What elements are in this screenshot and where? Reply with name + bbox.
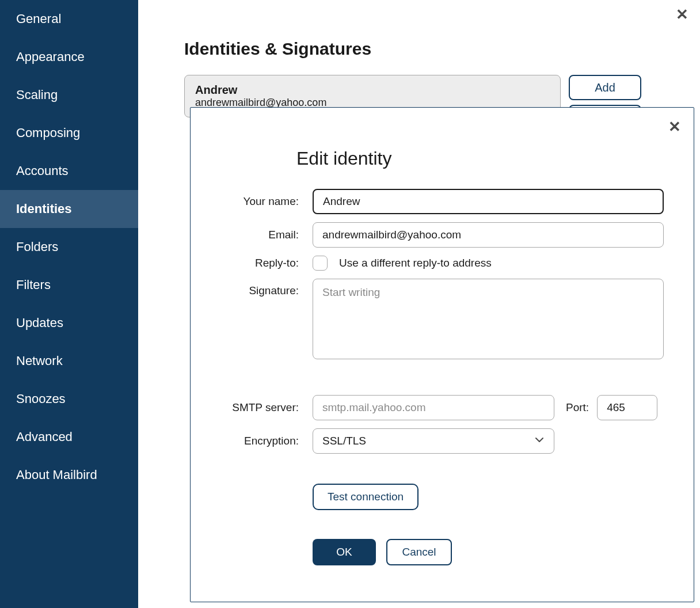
sidebar-item-updates[interactable]: Updates — [0, 304, 138, 342]
sidebar-item-scaling[interactable]: Scaling — [0, 76, 138, 114]
modal-actions: OK Cancel — [313, 539, 664, 565]
label-signature: Signature: — [220, 279, 313, 297]
sidebar-item-identities[interactable]: Identities — [0, 190, 138, 228]
email-input[interactable] — [313, 222, 664, 248]
sidebar-item-appearance[interactable]: Appearance — [0, 38, 138, 76]
label-smtp: SMTP server: — [220, 401, 313, 414]
sidebar-item-general[interactable]: General — [0, 0, 138, 38]
row-encryption: Encryption: SSL/TLS — [220, 428, 664, 454]
port-input[interactable] — [597, 395, 657, 420]
cancel-button[interactable]: Cancel — [386, 539, 452, 565]
sidebar-item-about[interactable]: About Mailbird — [0, 456, 138, 494]
close-icon[interactable]: ✕ — [676, 6, 688, 24]
sidebar-item-snoozes[interactable]: Snoozes — [0, 380, 138, 418]
modal-title: Edit identity — [296, 148, 664, 169]
label-port: Port: — [566, 401, 589, 414]
page-title: Identities & Signatures — [138, 0, 700, 75]
row-email: Email: — [220, 222, 664, 248]
label-reply-to: Reply-to: — [220, 257, 313, 269]
reply-to-checkbox-label: Use a different reply-to address — [339, 257, 492, 269]
edit-identity-modal: ✕ Edit identity Your name: Email: Reply-… — [190, 107, 694, 602]
sidebar-item-network[interactable]: Network — [0, 342, 138, 380]
smtp-server-input[interactable] — [313, 395, 554, 420]
row-reply-to: Reply-to: Use a different reply-to addre… — [220, 256, 664, 271]
sidebar-item-composing[interactable]: Composing — [0, 114, 138, 152]
modal-close-icon[interactable]: ✕ — [668, 118, 681, 136]
signature-textarea[interactable] — [313, 279, 664, 359]
label-email: Email: — [220, 229, 313, 241]
sidebar-item-advanced[interactable]: Advanced — [0, 418, 138, 456]
ok-button[interactable]: OK — [313, 539, 376, 565]
identity-name: Andrew — [195, 83, 550, 97]
your-name-input[interactable] — [313, 189, 664, 214]
row-your-name: Your name: — [220, 189, 664, 214]
sidebar-item-filters[interactable]: Filters — [0, 266, 138, 304]
sidebar-item-folders[interactable]: Folders — [0, 228, 138, 266]
test-connection-button[interactable]: Test connection — [313, 484, 419, 510]
row-smtp: SMTP server: Port: — [220, 395, 664, 420]
row-signature: Signature: — [220, 279, 664, 359]
label-encryption: Encryption: — [220, 435, 313, 447]
label-your-name: Your name: — [220, 195, 313, 208]
encryption-select[interactable]: SSL/TLS — [313, 428, 554, 454]
sidebar: General Appearance Scaling Composing Acc… — [0, 0, 138, 608]
sidebar-item-accounts[interactable]: Accounts — [0, 152, 138, 190]
add-button[interactable]: Add — [569, 75, 641, 100]
encryption-select-wrap: SSL/TLS — [313, 428, 554, 454]
reply-to-checkbox[interactable] — [313, 256, 328, 271]
